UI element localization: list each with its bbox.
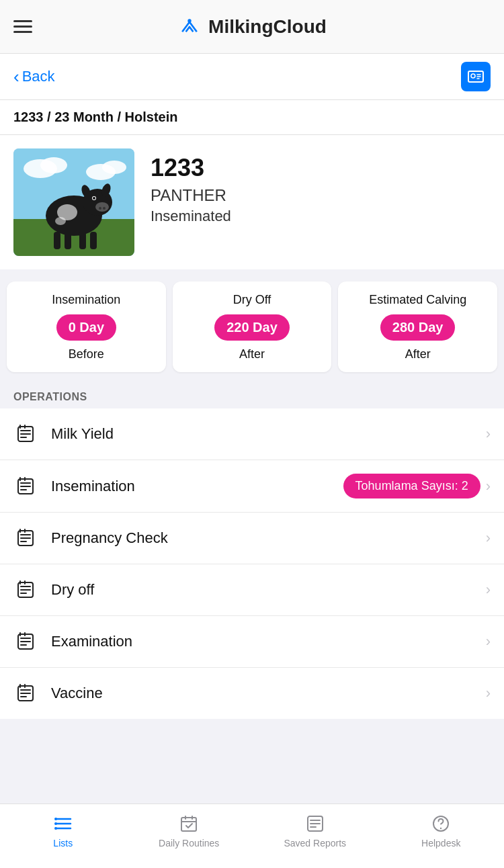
operations-title: OPERATIONS bbox=[13, 391, 87, 402]
insemination-op-icon bbox=[13, 474, 38, 498]
lists-tab-icon bbox=[52, 812, 75, 835]
stats-row: Insemination 0 Day Before Dry Off 220 Da… bbox=[7, 281, 497, 372]
milk-yield-chevron-icon: › bbox=[486, 425, 491, 443]
svg-rect-54 bbox=[181, 818, 196, 831]
saved-reports-tab-label: Saved Reports bbox=[284, 838, 346, 849]
dry-off-op-label: Dry off bbox=[51, 581, 486, 599]
operation-milk-yield[interactable]: Milk Yield › bbox=[0, 408, 504, 460]
brand: MilkingCloud bbox=[177, 15, 327, 39]
profile-button[interactable] bbox=[461, 62, 491, 91]
operations-header: OPERATIONS bbox=[0, 383, 504, 408]
back-chevron-icon: ‹ bbox=[13, 68, 19, 85]
svg-point-15 bbox=[93, 197, 95, 200]
calving-label-bottom: After bbox=[346, 347, 489, 361]
svg-point-0 bbox=[187, 19, 191, 22]
insemination-op-label: Insemination bbox=[51, 478, 343, 495]
examination-icon bbox=[13, 630, 38, 654]
vaccine-chevron-icon: › bbox=[486, 685, 491, 702]
operation-examination[interactable]: Examination › bbox=[0, 616, 504, 668]
cow-profile: 1233 PANTHER Inseminated bbox=[0, 135, 504, 269]
pregnancy-check-label: Pregnancy Check bbox=[51, 529, 486, 547]
calving-label-top: Estimated Calving bbox=[346, 292, 489, 308]
milk-yield-label: Milk Yield bbox=[51, 425, 486, 443]
app-logo bbox=[177, 15, 202, 39]
cow-info: 1233 PANTHER Inseminated bbox=[151, 148, 231, 225]
svg-rect-18 bbox=[54, 232, 60, 249]
operations-list: Milk Yield › Insemination Tohumlama Sayı… bbox=[0, 408, 504, 719]
svg-rect-20 bbox=[79, 232, 86, 249]
daily-routines-tab-icon bbox=[177, 812, 200, 835]
examination-label: Examination bbox=[51, 633, 486, 650]
app-title: MilkingCloud bbox=[208, 16, 327, 38]
helpdesk-tab-icon bbox=[429, 812, 452, 835]
insemination-label-top: Insemination bbox=[15, 292, 158, 308]
svg-rect-21 bbox=[90, 232, 97, 249]
saved-reports-tab-icon bbox=[304, 812, 327, 835]
cow-image bbox=[13, 148, 134, 256]
vaccine-icon bbox=[13, 681, 38, 705]
operation-vaccine[interactable]: Vaccine › bbox=[0, 668, 504, 719]
back-label: Back bbox=[22, 68, 55, 85]
svg-point-52 bbox=[54, 822, 57, 825]
app-header: MilkingCloud bbox=[0, 0, 504, 54]
milk-yield-icon bbox=[13, 422, 38, 446]
dry-off-op-icon bbox=[13, 578, 38, 602]
cow-id: 1233 bbox=[151, 154, 231, 182]
svg-point-23 bbox=[55, 217, 66, 225]
stat-card-dry-off: Dry Off 220 Day After bbox=[173, 281, 332, 372]
svg-point-12 bbox=[99, 207, 101, 210]
breadcrumb: 1233 / 23 Month / Holstein bbox=[0, 100, 504, 135]
insemination-op-badge: Tohumlama Sayısı: 2 bbox=[343, 474, 480, 498]
insemination-badge: 0 Day bbox=[56, 314, 116, 341]
dry-off-label-top: Dry Off bbox=[181, 292, 324, 308]
profile-card-icon bbox=[466, 67, 485, 86]
lists-tab-label: Lists bbox=[53, 838, 73, 849]
svg-point-51 bbox=[54, 818, 57, 820]
cow-name: PANTHER bbox=[151, 186, 231, 205]
svg-point-13 bbox=[103, 207, 106, 210]
tab-lists[interactable]: Lists bbox=[0, 812, 126, 849]
tab-helpdesk[interactable]: Helpdesk bbox=[378, 812, 505, 849]
stat-card-calving: Estimated Calving 280 Day After bbox=[338, 281, 497, 372]
helpdesk-tab-label: Helpdesk bbox=[421, 838, 460, 849]
svg-point-60 bbox=[440, 828, 442, 829]
svg-point-5 bbox=[40, 157, 67, 173]
insemination-label-bottom: Before bbox=[15, 347, 158, 361]
dry-off-badge: 220 Day bbox=[214, 314, 290, 341]
svg-point-53 bbox=[54, 827, 57, 830]
operation-dry-off[interactable]: Dry off › bbox=[0, 564, 504, 616]
pregnancy-check-icon bbox=[13, 526, 38, 550]
dry-off-chevron-icon: › bbox=[486, 581, 491, 599]
calving-badge: 280 Day bbox=[380, 314, 456, 341]
menu-button[interactable] bbox=[13, 20, 32, 33]
stats-section: Insemination 0 Day Before Dry Off 220 Da… bbox=[0, 275, 504, 383]
tab-daily-routines[interactable]: Daily Routines bbox=[126, 812, 253, 849]
examination-chevron-icon: › bbox=[486, 633, 491, 650]
back-button[interactable]: ‹ Back bbox=[13, 68, 55, 85]
svg-point-7 bbox=[102, 161, 126, 174]
vaccine-label: Vaccine bbox=[51, 685, 486, 702]
cow-status: Inseminated bbox=[151, 208, 231, 225]
tab-saved-reports[interactable]: Saved Reports bbox=[252, 812, 378, 849]
svg-point-11 bbox=[95, 202, 109, 212]
stat-card-insemination: Insemination 0 Day Before bbox=[7, 281, 166, 372]
operation-pregnancy-check[interactable]: Pregnancy Check › bbox=[0, 513, 504, 564]
dry-off-label-bottom: After bbox=[181, 347, 324, 361]
insemination-chevron-icon: › bbox=[486, 478, 491, 495]
tab-bar: Lists Daily Routines Saved Reports bbox=[0, 804, 504, 868]
breadcrumb-text: 1233 / 23 Month / Holstein bbox=[13, 110, 178, 124]
nav-bar: ‹ Back bbox=[0, 54, 504, 100]
pregnancy-check-chevron-icon: › bbox=[486, 529, 491, 547]
svg-point-2 bbox=[471, 74, 475, 78]
daily-routines-tab-label: Daily Routines bbox=[159, 838, 219, 849]
svg-rect-19 bbox=[65, 232, 71, 249]
operation-insemination[interactable]: Insemination Tohumlama Sayısı: 2 › bbox=[0, 460, 504, 513]
